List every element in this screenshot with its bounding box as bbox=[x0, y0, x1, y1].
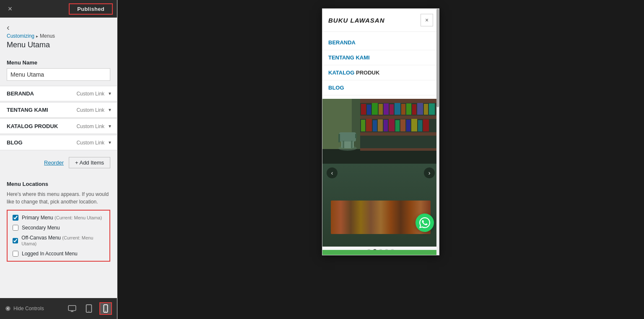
mobile-preview-frame: BUKU LAWASAN × BERANDATENTANG KAMIKATALO… bbox=[322, 8, 439, 255]
menu-location-item: Secondary Menu bbox=[13, 225, 104, 231]
preview-scrollbar-thumb bbox=[436, 9, 439, 107]
page-title: Menu Utama bbox=[7, 41, 110, 49]
svg-point-0 bbox=[5, 306, 10, 311]
actions-row: Reorder + Add Items bbox=[0, 151, 117, 174]
menu-item[interactable]: BERANDA Custom Link ▼ bbox=[0, 86, 117, 101]
hero-prev-button[interactable]: ‹ bbox=[327, 167, 338, 178]
preview-nav-item[interactable]: BERANDA bbox=[322, 35, 439, 50]
menu-item-label: BERANDA bbox=[7, 90, 34, 97]
close-button[interactable]: × bbox=[4, 3, 16, 15]
whatsapp-button[interactable] bbox=[415, 214, 434, 232]
breadcrumb-current: Menus bbox=[40, 33, 55, 39]
menu-location-item: Primary Menu (Current: Menu Utama) bbox=[13, 215, 104, 221]
whatsapp-icon bbox=[419, 217, 430, 228]
preview-nav-item[interactable]: TENTANG KAMI bbox=[322, 50, 439, 65]
tablet-view-button[interactable] bbox=[83, 302, 95, 315]
menu-item[interactable]: TENTANG KAMI Custom Link ▼ bbox=[0, 102, 117, 118]
preview-close-button[interactable]: × bbox=[421, 14, 433, 26]
menu-item-label: TENTANG KAMI bbox=[7, 107, 48, 113]
preview-green-bar bbox=[322, 250, 436, 255]
menu-locations-section: Menu Locations Here's where this menu ap… bbox=[0, 174, 117, 265]
menu-location-item: Logged In Account Menu bbox=[13, 251, 104, 257]
breadcrumb: Customizing ▸ Menus bbox=[7, 33, 110, 39]
mobile-icon bbox=[103, 304, 108, 313]
chevron-left-icon bbox=[5, 306, 11, 311]
menu-locations-desc: Here's where this menu appears. If you w… bbox=[7, 190, 110, 206]
hero-next-button[interactable]: › bbox=[424, 167, 435, 178]
breadcrumb-parent-link[interactable]: Customizing bbox=[7, 33, 34, 39]
published-button[interactable]: Published bbox=[69, 3, 113, 15]
menu-item-type: Custom Link ▼ bbox=[76, 107, 112, 113]
mobile-view-button[interactable] bbox=[99, 302, 112, 315]
menu-location-label[interactable]: Logged In Account Menu bbox=[22, 251, 78, 257]
sidebar: × Published ‹ Customizing ▸ Menus Menu U… bbox=[0, 0, 117, 319]
preview-nav-item-label: BLOG bbox=[328, 85, 344, 91]
svg-rect-1 bbox=[68, 306, 76, 311]
svg-point-3 bbox=[88, 311, 89, 311]
breadcrumb-separator: ▸ bbox=[36, 34, 38, 39]
dropdown-arrow-icon: ▼ bbox=[108, 108, 112, 112]
preview-nav-item-label: KATALOG PRODUK bbox=[328, 69, 379, 76]
preview-nav-item-label: BERANDA bbox=[328, 39, 356, 46]
hide-controls-label: Hide Controls bbox=[13, 306, 44, 311]
menu-item-type: Custom Link ▼ bbox=[76, 91, 112, 97]
header-bar: × Published bbox=[0, 0, 117, 18]
footer-device-icons bbox=[66, 302, 112, 315]
preview-area: BUKU LAWASAN × BERANDATENTANG KAMIKATALO… bbox=[117, 0, 644, 319]
desktop-icon bbox=[68, 305, 76, 312]
menu-location-label[interactable]: Secondary Menu bbox=[22, 225, 60, 231]
preview-nav-item[interactable]: BLOG bbox=[322, 80, 439, 95]
dropdown-arrow-icon: ▼ bbox=[108, 91, 112, 96]
menu-location-label[interactable]: Off-Canvas Menu (Current: Menu Utama) bbox=[21, 235, 104, 247]
menu-item-type: Custom Link ▼ bbox=[76, 123, 112, 129]
hide-controls-btn[interactable]: Hide Controls bbox=[5, 306, 44, 311]
dropdown-arrow-icon: ▼ bbox=[108, 140, 112, 145]
desktop-view-button[interactable] bbox=[66, 302, 78, 315]
footer-bar: Hide Controls bbox=[0, 298, 117, 319]
menu-item[interactable]: KATALOG PRODUK Custom Link ▼ bbox=[0, 118, 117, 134]
svg-point-5 bbox=[105, 311, 106, 311]
preview-nav-item-label: TENTANG KAMI bbox=[328, 54, 370, 61]
preview-logo: BUKU LAWASAN bbox=[328, 17, 385, 24]
menu-location-checkbox[interactable] bbox=[13, 215, 18, 221]
menu-locations-title: Menu Locations bbox=[7, 181, 110, 187]
preview-scrollbar[interactable] bbox=[436, 9, 439, 255]
sidebar-content: Menu Name BERANDA Custom Link ▼ TENTANG … bbox=[0, 53, 117, 319]
menu-location-label[interactable]: Primary Menu (Current: Menu Utama) bbox=[22, 215, 102, 221]
menu-item-label: KATALOG PRODUK bbox=[7, 123, 58, 129]
reorder-button[interactable]: Reorder bbox=[44, 160, 64, 166]
preview-nav-item[interactable]: KATALOG PRODUK bbox=[322, 65, 439, 80]
checkbox-group: Primary Menu (Current: Menu Utama) Secon… bbox=[7, 210, 110, 262]
add-items-button[interactable]: + Add Items bbox=[69, 157, 110, 168]
dropdown-arrow-icon: ▼ bbox=[108, 124, 112, 129]
breadcrumb-section: ‹ Customizing ▸ Menus Menu Utama bbox=[0, 18, 117, 53]
menu-location-checkbox[interactable] bbox=[13, 251, 18, 257]
menu-item-label: BLOG bbox=[7, 139, 23, 146]
menu-location-checkbox[interactable] bbox=[13, 238, 18, 244]
menu-name-input[interactable] bbox=[7, 68, 110, 81]
menu-location-checkbox[interactable] bbox=[13, 225, 18, 231]
back-button[interactable]: ‹ bbox=[7, 23, 10, 32]
preview-site-header: BUKU LAWASAN × bbox=[322, 9, 439, 32]
menu-location-note: (Current: Menu Utama) bbox=[55, 215, 102, 220]
menu-item[interactable]: BLOG Custom Link ▼ bbox=[0, 135, 117, 150]
menu-item-type: Custom Link ▼ bbox=[76, 140, 112, 146]
menu-location-item: Off-Canvas Menu (Current: Menu Utama) bbox=[13, 235, 104, 247]
menu-items-list: BERANDA Custom Link ▼ TENTANG KAMI Custo… bbox=[0, 86, 117, 150]
menu-name-label: Menu Name bbox=[0, 53, 117, 68]
menu-location-note: (Current: Menu Utama) bbox=[21, 235, 93, 246]
tablet-icon bbox=[86, 304, 92, 313]
preview-nav: BERANDATENTANG KAMIKATALOG PRODUKBLOG bbox=[322, 32, 439, 99]
